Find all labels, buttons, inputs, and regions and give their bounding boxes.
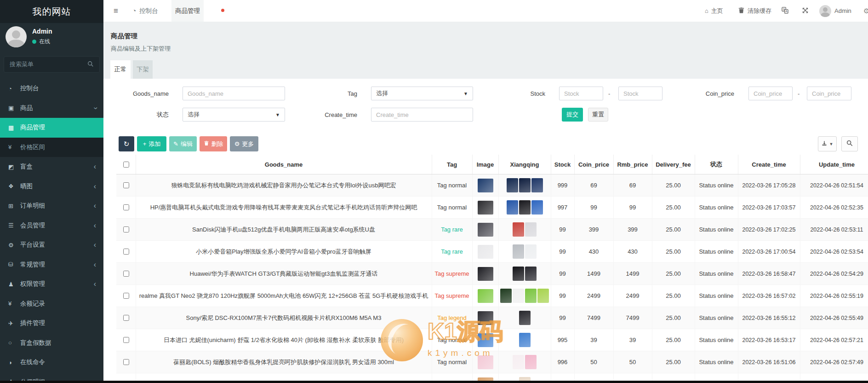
detail-image-thumbnail[interactable] [525,289,537,303]
export-button[interactable]: ▼ [818,136,837,151]
sidebar-item-goods-manage[interactable]: ▦商品管理 [0,118,103,138]
column-header[interactable]: Coin_price [574,155,613,174]
column-header[interactable]: Image [472,155,498,174]
detail-image-thumbnail[interactable] [500,289,512,303]
product-image-thumbnail[interactable] [478,355,493,369]
status-select[interactable]: 选择▼ [183,108,285,122]
home-button[interactable]: ⌂主页 [705,0,723,22]
sidebar-item-auth[interactable]: ♟权限管理‹ [0,274,103,294]
sidebar-item-goods[interactable]: ▣商品‹ [0,99,103,118]
settings-clipped-icon[interactable]: ⚙ [863,0,868,22]
column-header[interactable]: Delivery_fee [652,155,695,174]
row-checkbox[interactable] [123,271,129,277]
column-header[interactable]: Goods_name [136,155,432,174]
column-header[interactable]: Stock [551,155,574,174]
detail-image-thumbnail[interactable] [513,289,524,303]
row-checkbox[interactable] [123,293,129,299]
menu-toggle-icon[interactable]: ≡ [114,6,118,16]
detail-image-thumbnail[interactable] [519,311,531,325]
detail-image-thumbnail[interactable] [513,222,524,237]
goods-name-input[interactable] [183,87,285,100]
fullscreen-button[interactable] [802,0,809,22]
menu-search-input[interactable]: 搜索菜单 [4,56,100,73]
product-image-thumbnail[interactable] [478,289,493,303]
tab-normal[interactable]: 正常 [110,60,131,79]
detail-image-thumbnail[interactable] [525,267,537,281]
detail-image-thumbnail[interactable] [531,200,543,215]
detail-image-thumbnail[interactable] [507,200,518,215]
stock-min-input[interactable] [559,87,603,100]
row-checkbox[interactable] [123,337,129,343]
product-image-thumbnail[interactable] [478,333,493,347]
submit-button[interactable]: 提交 [562,108,583,122]
sidebar-item-photos[interactable]: ❖晒图‹ [0,177,103,197]
add-button[interactable]: +添加 [137,136,166,151]
refresh-button[interactable]: ↻ [119,136,134,151]
row-checkbox[interactable] [123,226,129,232]
detail-image-thumbnail[interactable] [537,289,549,303]
user-menu[interactable]: Admin [834,0,851,22]
product-image-thumbnail[interactable] [478,245,493,259]
sidebar-item-plugins[interactable]: ✈插件管理 [0,313,103,333]
create-time-input[interactable] [371,108,473,122]
column-header[interactable]: Tag [432,155,472,174]
stock-max-input[interactable] [618,87,662,100]
tag-select[interactable]: 选择▼ [371,87,473,100]
row-checkbox[interactable] [123,182,129,188]
detail-image-thumbnail[interactable] [513,355,524,369]
column-header[interactable]: Xiangqing [498,155,551,174]
sidebar-item-label: 常规管理 [20,261,45,269]
detail-image-thumbnail[interactable] [513,267,524,281]
detail-image-thumbnail[interactable] [519,178,531,192]
sidebar-item-dashboard[interactable]: ◔控制台 [0,79,103,99]
sidebar-item-general[interactable]: ⛁常规管理‹ [0,255,103,275]
clear-cache-button[interactable]: 清除缓存 [738,0,771,22]
site-title[interactable]: 我的网站 [0,0,103,23]
detail-image-thumbnail[interactable] [519,200,531,215]
rmb-price-cell: 399 [613,219,652,241]
sidebar-item-blindbox[interactable]: ◩盲盒‹ [0,157,103,177]
detail-image-thumbnail[interactable] [507,178,518,192]
delete-button[interactable]: 删除 [200,136,227,151]
row-checkbox[interactable] [123,315,129,321]
product-image-thumbnail[interactable] [478,223,493,237]
product-image-thumbnail[interactable] [478,311,493,325]
user-menu-avatar[interactable] [819,0,831,22]
coin-price-max-input[interactable] [807,87,851,100]
sidebar-item-platform[interactable]: ⚙平台设置‹ [0,235,103,255]
sidebar-item-fake-data[interactable]: ○盲盒假数据 [0,333,103,353]
reset-button[interactable]: 重置 [588,108,608,122]
topbar-tab-goods-manage[interactable]: 商品管理 [171,0,204,22]
language-button[interactable]: 文A [782,0,788,22]
column-header[interactable]: Rmb_price [613,155,652,174]
edit-button[interactable]: ✎编辑 [169,136,197,151]
detail-image-thumbnail[interactable] [513,244,524,259]
row-checkbox[interactable] [123,204,129,210]
sidebar-item-orders[interactable]: ⊞订单明细‹ [0,196,103,216]
row-checkbox-cell [116,351,136,373]
detail-image-thumbnail[interactable] [519,333,531,347]
detail-image-thumbnail[interactable] [531,178,543,192]
sidebar-item-commands[interactable]: ◑在线命令 [0,353,103,372]
detail-image-thumbnail[interactable] [525,244,537,259]
column-header[interactable]: 状态 [695,155,738,174]
more-button[interactable]: ⚙更多 [230,136,258,151]
row-checkbox[interactable] [123,249,129,255]
column-header[interactable]: Create_time [738,155,800,174]
table-search-button[interactable] [841,136,858,151]
tag-cell: Tag normal [432,197,472,219]
tab-offshelf[interactable]: 下架 [133,60,153,79]
select-all-checkbox[interactable] [123,162,129,168]
sidebar-item-balance[interactable]: ¥余额记录 [0,294,103,314]
row-checkbox[interactable] [123,359,129,365]
detail-image-thumbnail[interactable] [525,222,537,237]
product-image-thumbnail[interactable] [478,267,493,281]
detail-image-thumbnail[interactable] [525,355,537,369]
product-image-thumbnail[interactable] [478,179,493,192]
sidebar-item-price-range[interactable]: ¥价格区间 [0,138,103,157]
topbar-tab-dashboard[interactable]: ◔ 控制台 [132,0,158,22]
coin-price-min-input[interactable] [748,87,793,100]
sidebar-item-members[interactable]: ☰会员管理‹ [0,216,103,236]
column-header[interactable]: Update_time [800,155,868,174]
product-image-thumbnail[interactable] [478,201,493,215]
